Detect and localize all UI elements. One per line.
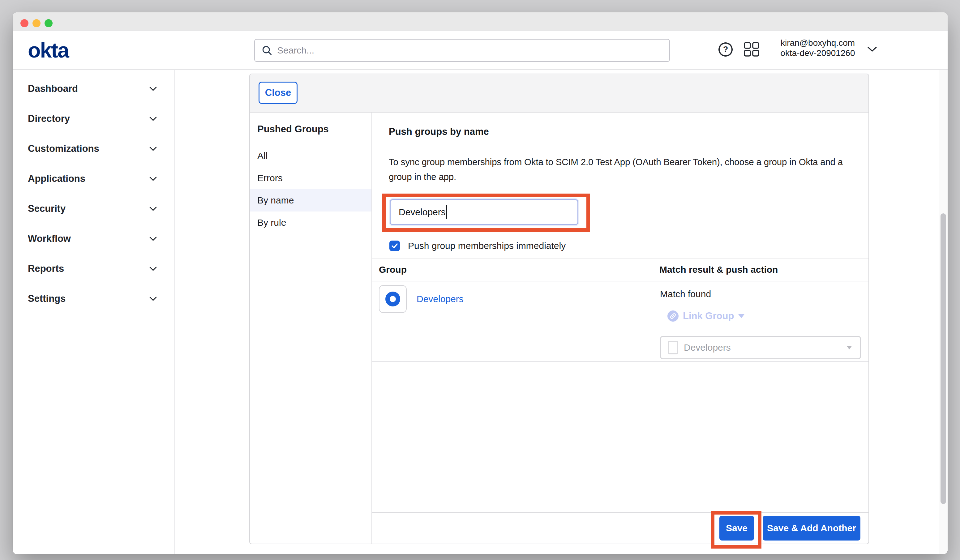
close-window-icon[interactable] <box>21 19 29 27</box>
sidebar-item-dashboard[interactable]: Dashboard <box>13 74 174 104</box>
sidebar-nav: Dashboard Directory Customizations Appli… <box>13 70 175 554</box>
account-email: kiran@boxyhq.com <box>766 38 869 48</box>
account-chevron-down-icon[interactable] <box>867 46 877 53</box>
page-description: To sync group memberships from Okta to S… <box>389 155 843 184</box>
panel-footer: Save Save & Add Another <box>372 512 869 544</box>
sidebar-item-reports[interactable]: Reports <box>13 254 174 283</box>
link-group-label: Link Group <box>683 310 734 322</box>
chevron-down-icon <box>149 86 157 91</box>
apps-grid-icon[interactable] <box>744 42 759 57</box>
group-avatar <box>379 285 407 313</box>
push-immediately-checkbox[interactable] <box>389 241 400 251</box>
text-cursor <box>446 205 447 219</box>
chevron-down-icon <box>149 206 157 211</box>
description-line-2: group in the app. <box>389 170 843 184</box>
chevron-down-icon <box>149 296 157 301</box>
chevron-down-icon <box>149 236 157 241</box>
group-name-value: Developers <box>398 207 446 218</box>
app-window: okta Search... ? kiran@boxyhq.com <box>13 12 948 554</box>
page-title: Push groups by name <box>389 126 489 137</box>
match-result-text: Match found <box>660 289 711 299</box>
nav-item-errors[interactable]: Errors <box>250 167 371 189</box>
nav-item-all[interactable]: All <box>250 145 371 167</box>
pushed-groups-nav: Pushed Groups All Errors By name By rule <box>250 112 372 544</box>
linked-group-select[interactable]: Developers <box>660 336 861 359</box>
table-header-row: Group Match result & push action <box>372 258 869 282</box>
chevron-down-icon <box>149 176 157 181</box>
table-row: Developers Match found <box>372 282 869 362</box>
input-highlight-annotation: Developers <box>382 194 590 232</box>
select-caret-icon <box>846 346 852 349</box>
sidebar-item-applications[interactable]: Applications <box>13 163 174 194</box>
linked-group-value: Developers <box>684 342 846 353</box>
sidebar-item-customizations[interactable]: Customizations <box>13 134 174 163</box>
traffic-lights <box>21 19 53 27</box>
sidebar-item-workflow[interactable]: Workflow <box>13 224 174 254</box>
app-group-icon <box>668 341 678 354</box>
group-icon <box>386 291 400 306</box>
panel-toolbar: Close <box>250 74 869 112</box>
window-titlebar <box>13 12 948 31</box>
save-add-another-button[interactable]: Save & Add Another <box>763 516 861 541</box>
group-match-table: Group Match result & push action Develop… <box>372 258 869 362</box>
pushed-groups-title: Pushed Groups <box>250 123 371 136</box>
column-header-group: Group <box>372 264 659 275</box>
chevron-down-icon <box>149 266 157 271</box>
search-placeholder: Search... <box>277 45 314 56</box>
checkmark-icon <box>391 242 398 250</box>
zoom-window-icon[interactable] <box>45 19 53 27</box>
link-group-dropdown[interactable]: Link Group <box>667 310 744 322</box>
sidebar-item-settings[interactable]: Settings <box>13 283 174 314</box>
pushed-groups-panel: Close Pushed Groups All Errors By name B… <box>249 74 869 544</box>
account-org: okta-dev-20901260 <box>766 48 869 58</box>
link-icon <box>667 310 678 322</box>
column-header-match: Match result & push action <box>659 264 869 275</box>
app-header: okta Search... ? kiran@boxyhq.com <box>13 31 948 70</box>
group-name-link[interactable]: Developers <box>417 294 464 304</box>
save-button[interactable]: Save <box>719 516 754 541</box>
sidebar-item-directory[interactable]: Directory <box>13 104 174 134</box>
okta-logo: okta <box>28 38 69 62</box>
group-name-input[interactable]: Developers <box>390 199 578 225</box>
nav-item-by-name[interactable]: By name <box>250 189 371 211</box>
description-line-1: To sync group memberships from Okta to S… <box>389 155 843 170</box>
search-icon <box>261 45 273 56</box>
sidebar-item-security[interactable]: Security <box>13 194 174 224</box>
link-group-caret-icon <box>738 314 744 318</box>
chevron-down-icon <box>149 116 157 121</box>
nav-item-by-rule[interactable]: By rule <box>250 211 371 234</box>
minimize-window-icon[interactable] <box>32 19 40 27</box>
vertical-scrollbar[interactable] <box>939 70 948 554</box>
apps-grid-glyph <box>744 42 759 57</box>
help-icon[interactable]: ? <box>718 42 733 57</box>
search-input[interactable]: Search... <box>254 39 670 62</box>
help-glyph: ? <box>723 45 728 54</box>
scrollbar-thumb[interactable] <box>941 213 946 504</box>
account-menu[interactable]: kiran@boxyhq.com okta-dev-20901260 <box>766 38 869 58</box>
push-by-name-content: Push groups by name To sync group member… <box>372 112 869 544</box>
push-immediately-label: Push group memberships immediately <box>408 241 566 251</box>
chevron-down-icon <box>149 146 157 151</box>
close-button[interactable]: Close <box>259 82 298 104</box>
